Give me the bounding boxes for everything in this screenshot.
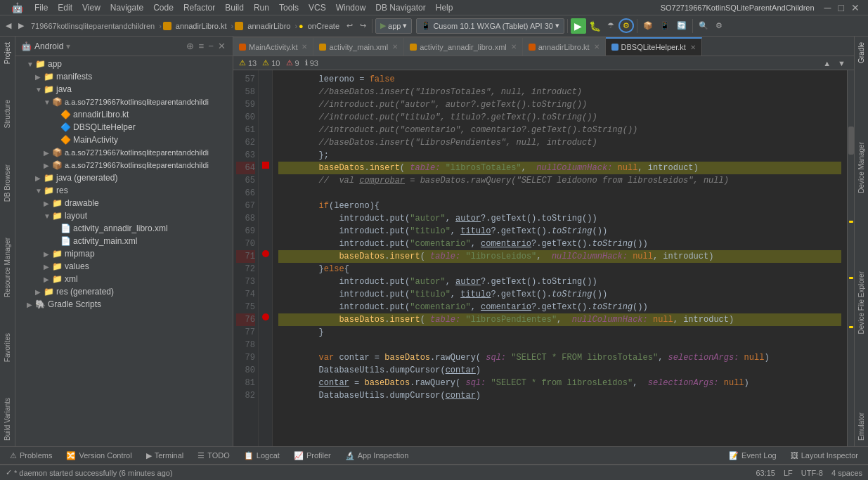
- tab-close-annadir-xml[interactable]: ✕: [511, 43, 517, 51]
- tree-item-main-xml[interactable]: ▶ 📄 activity_main.xml: [15, 235, 233, 247]
- tree-action-3[interactable]: −: [207, 39, 215, 53]
- status-indent[interactable]: 4 spaces: [831, 469, 862, 477]
- panel-tab-favorites[interactable]: Favorites: [2, 327, 13, 368]
- menu-window[interactable]: Window: [332, 1, 370, 14]
- tree-item-java[interactable]: ▼ 📁 java: [15, 83, 233, 96]
- status-position[interactable]: 63:15: [756, 469, 775, 477]
- panel-tab-gradle[interactable]: Gradle: [856, 37, 867, 69]
- breadcrumb-method[interactable]: onCreate: [305, 20, 342, 32]
- panel-tab-db-browser[interactable]: DB Browser: [2, 159, 13, 207]
- panel-tab-project[interactable]: Project: [2, 37, 13, 70]
- breadcrumb-project[interactable]: 719667kotlinsqliteparentandchildren: [28, 20, 157, 32]
- tree-action-2[interactable]: ≡: [197, 39, 205, 53]
- tab-close-main-activity[interactable]: ✕: [302, 43, 307, 51]
- panel-tab-emulator[interactable]: Emulator: [856, 407, 867, 446]
- panel-tab-structure[interactable]: Structure: [2, 94, 13, 134]
- maximize-button[interactable]: □: [836, 2, 847, 13]
- close-button[interactable]: ✕: [848, 2, 862, 13]
- navigate-back-icon[interactable]: ↩: [344, 20, 356, 32]
- breadcrumb-file[interactable]: annadirLibro.kt: [173, 20, 230, 32]
- status-encoding[interactable]: UTF-8: [801, 469, 823, 477]
- bottom-tab-terminal[interactable]: ▶ Terminal: [139, 449, 191, 462]
- tree-item-annadir-xml[interactable]: ▶ 📄 activity_annadir_libro.xml: [15, 222, 233, 235]
- bottom-tab-logcat[interactable]: 📋 Logcat: [237, 449, 287, 462]
- tree-item-res[interactable]: ▼ 📁 res: [15, 184, 233, 197]
- code-content[interactable]: leerono = false //baseDatos.insert("libr…: [273, 70, 847, 446]
- breakpoint-71[interactable]: [259, 247, 272, 260]
- tree-item-xml[interactable]: ▶ 📁 xml: [15, 273, 233, 285]
- tab-annadir-libro-kt[interactable]: annadirLibro.kt ✕: [523, 37, 606, 56]
- tab-close-activity-main-xml[interactable]: ✕: [392, 43, 398, 51]
- tree-item-gradle[interactable]: ▶ 🐘 Gradle Scripts: [15, 298, 233, 311]
- device-dropdown[interactable]: 📱 Cusom 10.1 WXGA (Tablet) API 30 ▾: [416, 18, 564, 34]
- sdk-manager-button[interactable]: 📦: [640, 20, 656, 32]
- menu-refactor[interactable]: Refactor: [179, 1, 219, 14]
- bottom-tab-event-log[interactable]: 📝 Event Log: [722, 449, 784, 462]
- tree-item-drawable[interactable]: ▶ 📁 drawable: [15, 197, 233, 209]
- profile-button[interactable]: ⚙: [618, 18, 634, 33]
- panel-tab-build-variants[interactable]: Build Variants: [2, 392, 13, 446]
- tree-item-values[interactable]: ▶ 📁 values: [15, 260, 233, 273]
- menu-db-navigator[interactable]: DB Navigator: [371, 1, 429, 14]
- tab-close-annadir-libro-kt[interactable]: ✕: [594, 43, 600, 51]
- menu-build[interactable]: Build: [221, 1, 248, 14]
- tree-item-res-gen[interactable]: ▶ 📁 res (generated): [15, 285, 233, 298]
- file-tree-content[interactable]: ▼ 📁 app ▶ 📁 manifests ▼ 📁 java: [15, 56, 233, 446]
- coverage-button[interactable]: ☂: [604, 20, 617, 32]
- tree-action-close[interactable]: ✕: [216, 39, 227, 53]
- tree-item-java-gen[interactable]: ▶ 📁 java (generated): [15, 171, 233, 184]
- sync-button[interactable]: 🔄: [674, 20, 689, 32]
- tab-dbsqlite[interactable]: DBSQLiteHelper.kt ✕: [606, 37, 702, 56]
- tab-close-dbsqlite[interactable]: ✕: [690, 44, 696, 51]
- bottom-tab-app-inspection[interactable]: 🔬 App Inspection: [338, 449, 416, 462]
- tree-item-package3[interactable]: ▶ 📦 a.a.so72719667kotlinsqliteparentandc…: [15, 159, 233, 171]
- debug-button[interactable]: 🐛: [588, 18, 603, 34]
- panel-tab-resource-manager[interactable]: Resource Manager: [2, 232, 13, 303]
- tree-item-mipmap[interactable]: ▶ 📁 mipmap: [15, 247, 233, 260]
- bottom-tab-todo[interactable]: ☰ TODO: [190, 449, 237, 462]
- breakpoint-76[interactable]: [259, 311, 272, 323]
- back-button[interactable]: ◀: [3, 20, 14, 32]
- forward-button[interactable]: ▶: [15, 20, 27, 32]
- bottom-tab-problems[interactable]: ⚠ Problems: [3, 449, 59, 462]
- menu-run[interactable]: Run: [250, 1, 273, 14]
- breakpoint-64[interactable]: [259, 159, 272, 171]
- tree-item-layout[interactable]: ▼ 📁 layout: [15, 209, 233, 222]
- navigate-forward-icon[interactable]: ↪: [357, 20, 369, 32]
- scroll-up-button[interactable]: ▲: [820, 58, 834, 69]
- panel-tab-device-file-explorer[interactable]: Device File Explorer: [856, 266, 867, 339]
- tree-item-dbsqlite[interactable]: ▶ 🔷 DBSQLiteHelper: [15, 121, 233, 134]
- menu-code[interactable]: Code: [149, 1, 178, 14]
- panel-tab-device-manager[interactable]: Device Manager: [856, 136, 867, 199]
- menu-edit[interactable]: Edit: [53, 1, 77, 14]
- bottom-tab-layout-inspector[interactable]: 🖼 Layout Inspector: [784, 449, 865, 462]
- minimize-button[interactable]: ─: [822, 2, 834, 13]
- tab-activity-main-xml[interactable]: activity_main.xml ✕: [313, 37, 404, 56]
- tab-main-activity[interactable]: MainActivity.kt ✕: [233, 37, 313, 56]
- tree-item-manifests[interactable]: ▶ 📁 manifests: [15, 70, 233, 83]
- scroll-indicators[interactable]: [847, 70, 854, 446]
- scrollbar-thumb[interactable]: [848, 127, 854, 155]
- menu-view[interactable]: View: [78, 1, 105, 14]
- avd-manager-button[interactable]: 📱: [657, 20, 673, 32]
- tree-item-package1[interactable]: ▼ 📦 a.a.so72719667kotlinsqliteparentandc…: [15, 96, 233, 108]
- bottom-tab-version-control[interactable]: 🔀 Version Control: [59, 449, 138, 462]
- menu-file[interactable]: File: [30, 1, 52, 14]
- tab-annadir-xml[interactable]: activity_annadir_libro.xml ✕: [404, 37, 523, 56]
- tree-item-main-activity[interactable]: ▶ 🔶 MainActivity: [15, 134, 233, 146]
- bottom-tab-profiler[interactable]: 📈 Profiler: [287, 449, 338, 462]
- breadcrumb-class[interactable]: annadirLibro: [245, 20, 293, 32]
- menu-tools[interactable]: Tools: [275, 1, 303, 14]
- scroll-down-button[interactable]: ▼: [835, 58, 848, 69]
- tree-item-app[interactable]: ▼ 📁 app: [15, 58, 233, 70]
- tree-action-1[interactable]: ⊕: [185, 39, 195, 53]
- menu-vcs[interactable]: VCS: [304, 1, 330, 14]
- settings-button[interactable]: ⚙: [713, 20, 725, 32]
- menu-navigate[interactable]: Navigate: [106, 1, 148, 14]
- run-button[interactable]: ▶: [571, 18, 586, 34]
- app-dropdown[interactable]: ▶ app ▾: [375, 18, 412, 34]
- menu-help[interactable]: Help: [432, 1, 458, 14]
- tree-item-package2[interactable]: ▶ 📦 a.a.so72719667kotlinsqliteparentandc…: [15, 146, 233, 159]
- search-everywhere-button[interactable]: 🔍: [696, 20, 711, 32]
- tree-item-annadir-libro-kt[interactable]: ▶ 🔶 annadirLibro.kt: [15, 108, 233, 121]
